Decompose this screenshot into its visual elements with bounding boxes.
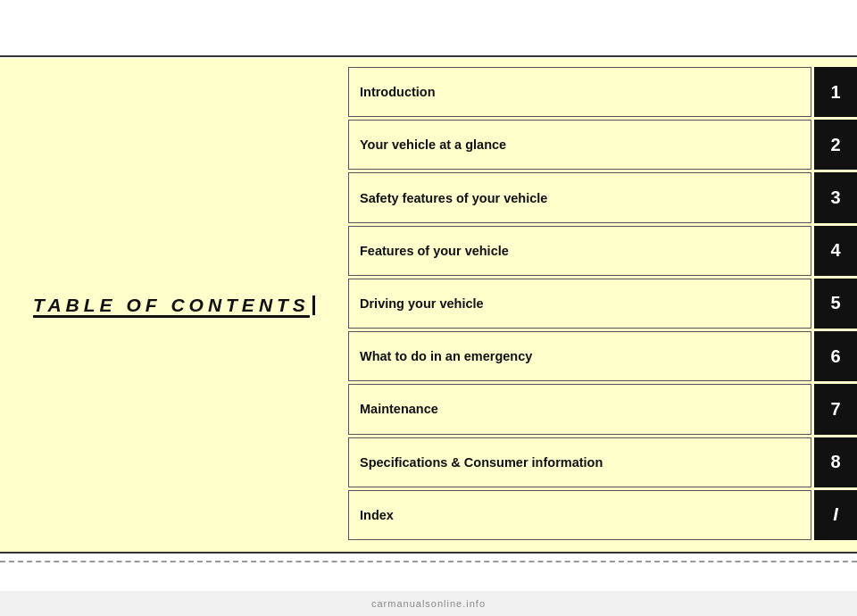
toc-title-cursor bbox=[312, 296, 315, 315]
toc-row-4: Features of your vehicle 4 bbox=[348, 226, 857, 276]
toc-number-3: 3 bbox=[814, 172, 857, 222]
toc-item-driving[interactable]: Driving your vehicle bbox=[348, 279, 811, 329]
toc-item-maintenance[interactable]: Maintenance bbox=[348, 384, 811, 434]
toc-item-vehicle-features[interactable]: Features of your vehicle bbox=[348, 226, 811, 276]
brand-text: carmanualsonline.info bbox=[371, 598, 486, 609]
bottom-rule bbox=[0, 552, 857, 554]
brand-bar: carmanualsonline.info bbox=[0, 591, 857, 616]
top-rule bbox=[0, 55, 857, 57]
toc-number-4: 4 bbox=[814, 226, 857, 276]
toc-row-8: Specifications & Consumer information 8 bbox=[348, 437, 857, 487]
toc-row-1: Introduction 1 bbox=[348, 67, 857, 117]
toc-number-6: 6 bbox=[814, 331, 857, 381]
page-container: TABLE OF CONTENTS Introduction 1 Your ve… bbox=[0, 0, 857, 616]
toc-row-3: Safety features of your vehicle 3 bbox=[348, 172, 857, 222]
dashed-rule bbox=[0, 561, 857, 562]
toc-item-safety-features[interactable]: Safety features of your vehicle bbox=[348, 172, 811, 222]
toc-row-2: Your vehicle at a glance 2 bbox=[348, 120, 857, 170]
toc-number-index: I bbox=[814, 490, 857, 540]
toc-number-5: 5 bbox=[814, 279, 857, 329]
toc-row-6: What to do in an emergency 6 bbox=[348, 331, 857, 381]
toc-item-specifications[interactable]: Specifications & Consumer information bbox=[348, 437, 811, 487]
toc-row-7: Maintenance 7 bbox=[348, 384, 857, 434]
toc-number-1: 1 bbox=[814, 67, 857, 117]
toc-title-text: TABLE OF CONTENTS bbox=[33, 295, 310, 316]
toc-number-2: 2 bbox=[814, 120, 857, 170]
right-panel: Introduction 1 Your vehicle at a glance … bbox=[344, 58, 857, 552]
toc-number-7: 7 bbox=[814, 384, 857, 434]
toc-title: TABLE OF CONTENTS bbox=[33, 295, 315, 316]
toc-row-5: Driving your vehicle 5 bbox=[348, 279, 857, 329]
toc-item-index[interactable]: Index bbox=[348, 490, 811, 540]
toc-items-container: Introduction 1 Your vehicle at a glance … bbox=[344, 58, 857, 552]
left-panel: TABLE OF CONTENTS bbox=[0, 58, 348, 552]
toc-item-emergency[interactable]: What to do in an emergency bbox=[348, 331, 811, 381]
toc-item-vehicle-glance[interactable]: Your vehicle at a glance bbox=[348, 120, 811, 170]
toc-number-8: 8 bbox=[814, 437, 857, 487]
toc-item-introduction[interactable]: Introduction bbox=[348, 67, 811, 117]
toc-row-9: Index I bbox=[348, 490, 857, 540]
